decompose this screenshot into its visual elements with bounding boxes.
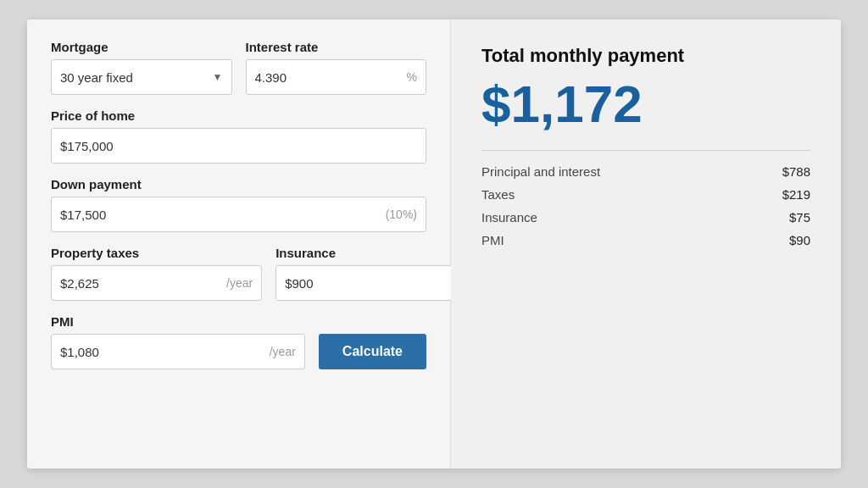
price-of-home-wrapper: [51, 128, 426, 164]
interest-rate-field-group: Interest rate %: [246, 40, 427, 95]
interest-rate-suffix: %: [407, 70, 417, 84]
mortgage-interest-row: Mortgage 30 year fixed 15 year fixed 5/1…: [51, 40, 426, 95]
breakdown-row-principal: Principal and interest $788: [481, 164, 810, 179]
down-payment-label: Down payment: [51, 177, 426, 191]
mortgage-field-group: Mortgage 30 year fixed 15 year fixed 5/1…: [51, 40, 232, 95]
divider: [481, 150, 810, 151]
breakdown-row-pmi: PMI $90: [481, 233, 810, 247]
breakdown-label-taxes: Taxes: [481, 187, 515, 202]
down-payment-wrapper: (10%): [51, 197, 426, 232]
property-taxes-suffix: /year: [226, 276, 253, 290]
breakdown-row-insurance: Insurance $75: [481, 210, 810, 225]
pmi-calculate-row: PMI /year Calculate: [51, 314, 426, 369]
left-panel: Mortgage 30 year fixed 15 year fixed 5/1…: [27, 19, 451, 469]
mortgage-select-wrapper[interactable]: 30 year fixed 15 year fixed 5/1 ARM ▼: [51, 59, 232, 95]
interest-rate-label: Interest rate: [246, 40, 427, 54]
price-of-home-label: Price of home: [51, 108, 426, 123]
breakdown-label-principal: Principal and interest: [481, 164, 600, 179]
down-payment-percent: (10%): [386, 208, 417, 221]
calculate-button[interactable]: Calculate: [319, 334, 426, 369]
right-panel: Total monthly payment $1,172 Principal a…: [451, 19, 841, 469]
pmi-wrapper: /year: [51, 334, 305, 369]
property-taxes-wrapper: /year: [51, 265, 262, 301]
down-payment-input[interactable]: [60, 208, 386, 222]
insurance-input[interactable]: [285, 276, 446, 291]
interest-rate-input[interactable]: [255, 70, 402, 85]
interest-rate-wrapper: %: [246, 59, 427, 95]
taxes-insurance-row: Property taxes /year Insurance /year: [51, 246, 426, 301]
pmi-suffix: /year: [270, 345, 296, 358]
property-taxes-field-group: Property taxes /year: [51, 246, 262, 301]
property-taxes-input[interactable]: [60, 276, 221, 291]
breakdown-value-insurance: $75: [789, 210, 810, 225]
property-taxes-label: Property taxes: [51, 246, 262, 260]
pmi-label: PMI: [51, 314, 305, 329]
mortgage-select[interactable]: 30 year fixed 15 year fixed 5/1 ARM: [60, 70, 209, 85]
pmi-input[interactable]: [60, 345, 264, 359]
pmi-field-group: PMI /year: [51, 314, 305, 369]
total-amount: $1,172: [481, 75, 810, 133]
calculator-container: Mortgage 30 year fixed 15 year fixed 5/1…: [27, 19, 841, 469]
breakdown-value-principal: $788: [782, 164, 810, 179]
down-payment-section: Down payment (10%): [51, 177, 426, 232]
total-monthly-label: Total monthly payment: [481, 45, 810, 67]
mortgage-label: Mortgage: [51, 40, 232, 54]
chevron-down-icon: ▼: [213, 71, 223, 83]
breakdown-list: Principal and interest $788 Taxes $219 I…: [481, 164, 810, 247]
breakdown-label-pmi: PMI: [481, 233, 504, 247]
breakdown-row-taxes: Taxes $219: [481, 187, 810, 202]
price-of-home-section: Price of home: [51, 108, 426, 164]
breakdown-label-insurance: Insurance: [481, 210, 537, 225]
price-of-home-input[interactable]: [60, 139, 417, 153]
breakdown-value-taxes: $219: [782, 187, 810, 202]
breakdown-value-pmi: $90: [789, 233, 810, 247]
